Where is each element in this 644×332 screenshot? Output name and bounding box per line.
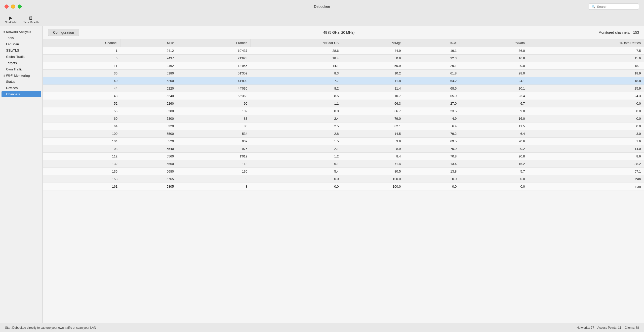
start-wm-button[interactable]: ▶ Start WM [5,16,17,24]
sidebar-item-own-traffic[interactable]: Own Traffic [0,66,43,72]
maximize-button[interactable] [18,5,22,9]
cell-channel: 48 [43,92,120,100]
cell-badfcs: 1.5 [251,138,342,145]
table-row[interactable]: 645320802.582.16.411.50.0 [43,122,644,130]
trash-icon: 🗑 [29,16,33,20]
search-box[interactable]: 🔍 [589,3,639,10]
cell-ctl: 68.5 [404,85,460,92]
cell-mhz: 5300 [120,115,177,122]
sidebar-item-global-traffic[interactable]: Global Traffic [0,54,43,60]
table-row[interactable]: 10055005342.814.579.26.43.0 [43,130,644,138]
cell-mgt: 50.9 [342,62,404,70]
cell-data: 24.1 [460,77,528,85]
cell-badfcs: 0.0 [251,107,342,115]
search-input[interactable] [597,5,635,8]
cell-frames: 534 [177,130,251,138]
table-row[interactable]: 153576590.0100.00.00.0nan [43,175,644,183]
cell-frames: 80 [177,122,251,130]
table-row[interactable]: 44522044'0308.211.468.520.125.9 [43,85,644,92]
cell-mhz: 5520 [120,138,177,145]
cell-data: 36.0 [460,47,528,55]
table-row[interactable]: 40520041'8097.711.864.224.118.8 [43,77,644,85]
channel-info: 48 (5 GHz, 20 MHz) [87,30,591,34]
close-button[interactable] [5,5,9,9]
wifi-monitoring-header: # Wi-Fi Monitoring [0,72,43,78]
sidebar-item-devices[interactable]: Devices [0,85,43,91]
cell-mhz: 5280 [120,107,177,115]
cell-data-retries: 14.0 [528,145,644,153]
cell-data-retries: 7.5 [528,47,644,55]
cell-mhz: 2437 [120,55,177,62]
cell-mgt: 11.8 [342,77,404,85]
table-row[interactable]: 48524055'3638.510.765.923.424.3 [43,92,644,100]
cell-data: 20.2 [460,145,528,153]
cell-data-retries: 1.6 [528,138,644,145]
sidebar-item-tools[interactable]: Tools [0,35,43,41]
table-row[interactable]: 605300832.479.04.916.00.0 [43,115,644,122]
channels-table-container[interactable]: Channel MHz Frames %BadFCS %Mgt %Ctl %Da… [43,39,644,323]
col-header-data: %Data [460,39,528,47]
table-row[interactable]: 525260901.166.327.06.70.0 [43,100,644,107]
table-row[interactable]: 11255601'0191.28.470.820.88.6 [43,153,644,160]
cell-ctl: 70.9 [404,145,460,153]
cell-data-retries: 8.6 [528,153,644,160]
sidebar-item-targets[interactable]: Targets [0,60,43,66]
cell-channel: 112 [43,153,120,160]
cell-ctl: 65.9 [404,92,460,100]
table-row[interactable]: 161580580.0100.00.00.0nan [43,183,644,190]
table-row[interactable]: 10855409752.18.970.920.214.0 [43,145,644,153]
table-row[interactable]: 10455209091.59.969.520.61.6 [43,138,644,145]
cell-data-retries: 0.0 [528,122,644,130]
play-icon: ▶ [9,16,13,20]
cell-channel: 1 [43,47,120,55]
cell-channel: 136 [43,168,120,175]
cell-mhz: 5680 [120,168,177,175]
cell-frames: 102 [177,107,251,115]
cell-badfcs: 1.2 [251,153,342,160]
cell-badfcs: 0.0 [251,175,342,183]
col-header-data-retries: %Data Retries [528,39,644,47]
cell-channel: 153 [43,175,120,183]
table-row[interactable]: 11246213'95514.150.929.120.018.1 [43,62,644,70]
table-row[interactable]: 13256601185.171.413.415.288.2 [43,160,644,168]
cell-data-retries: 18.1 [528,62,644,70]
table-row[interactable]: 5652801020.066.723.59.80.0 [43,107,644,115]
clear-results-button[interactable]: 🗑 Clear Results [23,16,39,24]
cell-mhz: 2412 [120,47,177,55]
monitored-label: Monitored channels: [598,30,630,34]
table-row[interactable]: 1241210'43728.644.919.136.07.5 [43,47,644,55]
cell-mhz: 5540 [120,145,177,153]
cell-mgt: 66.7 [342,107,404,115]
cell-frames: 10'437 [177,47,251,55]
cell-channel: 60 [43,115,120,122]
cell-data-retries: 18.9 [528,70,644,77]
sidebar-item-status[interactable]: Status [0,78,43,85]
cell-data: 20.8 [460,153,528,160]
cell-frames: 130 [177,168,251,175]
cell-badfcs: 2.5 [251,122,342,130]
cell-ctl: 6.4 [404,122,460,130]
sidebar-item-ssltls[interactable]: SSL/TLS [0,47,43,54]
channels-table: Channel MHz Frames %BadFCS %Mgt %Ctl %Da… [43,39,644,190]
title-bar: Debookee 🔍 [0,0,644,13]
cell-mgt: 50.9 [342,55,404,62]
status-right: Networks: 77 – Access Points: 11 – Clien… [577,326,639,329]
minimize-button[interactable] [11,5,15,9]
cell-mgt: 100.0 [342,175,404,183]
window-title: Debookee [314,5,330,9]
cell-data: 0.0 [460,175,528,183]
cell-badfcs: 28.6 [251,47,342,55]
cell-badfcs: 14.1 [251,62,342,70]
cell-ctl: 0.0 [404,175,460,183]
table-row[interactable]: 6243721'62318.450.932.316.815.6 [43,55,644,62]
cell-channel: 108 [43,145,120,153]
cell-badfcs: 5.4 [251,168,342,175]
table-row[interactable]: 36518051'3598.310.261.828.018.9 [43,70,644,77]
configuration-button[interactable]: Configuration [48,29,79,36]
cell-frames: 975 [177,145,251,153]
sidebar-item-lanscan[interactable]: LanScan [0,41,43,47]
sidebar-item-channels[interactable]: Channels [2,91,41,97]
cell-mhz: 5200 [120,77,177,85]
cell-badfcs: 2.1 [251,145,342,153]
table-row[interactable]: 13656801305.480.513.85.757.1 [43,168,644,175]
